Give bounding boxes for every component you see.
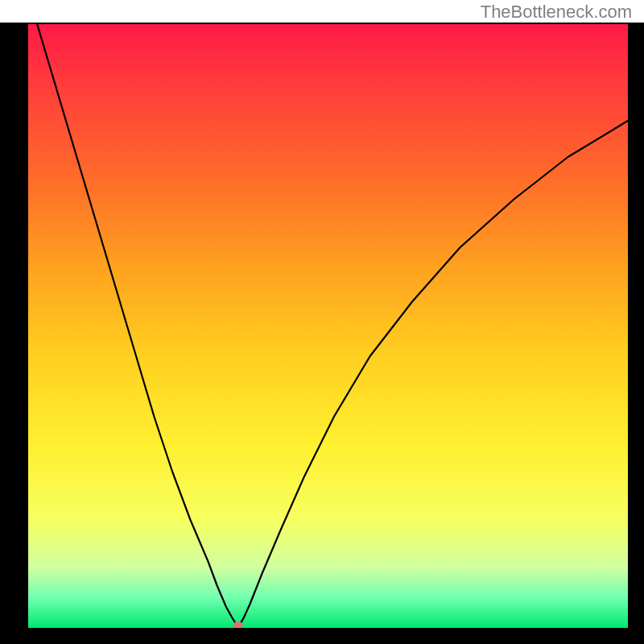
chart-frame — [628, 0, 644, 644]
attribution-text: TheBottleneck.com — [481, 2, 632, 23]
optimal-point-marker — [233, 621, 243, 628]
chart-frame — [0, 0, 28, 644]
chart-frame — [0, 628, 644, 644]
bottleneck-chart-svg — [0, 0, 644, 644]
chart-container: TheBottleneck.com — [0, 0, 644, 644]
gradient-background — [28, 24, 628, 628]
